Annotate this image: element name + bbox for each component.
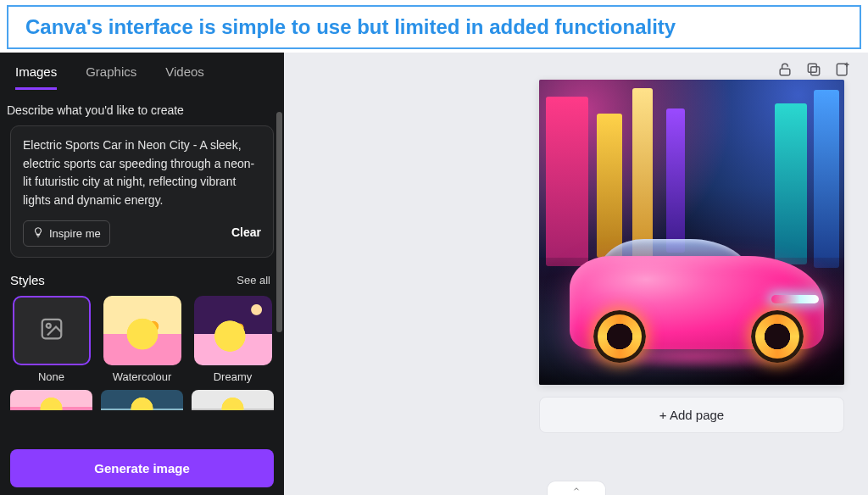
svg-point-1 bbox=[46, 324, 50, 328]
tab-images[interactable]: Images bbox=[15, 64, 57, 90]
inspire-button[interactable]: Inspire me bbox=[23, 220, 110, 247]
svg-rect-2 bbox=[780, 69, 790, 75]
sidebar-panel: Images Graphics Videos Describe what you… bbox=[0, 53, 284, 495]
style-label: Watercolour bbox=[113, 370, 172, 383]
lock-icon[interactable] bbox=[776, 61, 793, 81]
style-option-dreamy[interactable]: Dreamy bbox=[192, 296, 274, 383]
prompt-text[interactable]: Electric Sports Car in Neon City - A sle… bbox=[23, 136, 261, 210]
styles-grid-overflow bbox=[0, 383, 284, 410]
app-frame: Images Graphics Videos Describe what you… bbox=[0, 53, 868, 495]
svg-rect-4 bbox=[808, 64, 816, 72]
styles-grid: None Watercolour Dreamy bbox=[0, 296, 284, 383]
add-page-button[interactable]: + Add page bbox=[539, 397, 844, 433]
page-tray-handle[interactable] bbox=[547, 481, 606, 495]
see-all-link[interactable]: See all bbox=[236, 274, 270, 286]
chevron-up-icon bbox=[570, 481, 582, 496]
style-option-extra[interactable] bbox=[192, 390, 274, 410]
clear-button[interactable]: Clear bbox=[231, 224, 261, 242]
sidebar-tabs: Images Graphics Videos bbox=[0, 53, 284, 90]
style-option-watercolour[interactable]: Watercolour bbox=[101, 296, 183, 383]
describe-label: Describe what you'd like to create bbox=[0, 90, 284, 125]
prompt-input[interactable]: Electric Sports Car in Neon City - A sle… bbox=[10, 125, 274, 258]
style-label: Dreamy bbox=[214, 370, 253, 383]
style-option-none[interactable]: None bbox=[10, 296, 92, 383]
inspire-label: Inspire me bbox=[49, 227, 101, 240]
style-thumbnail bbox=[103, 296, 181, 365]
style-option-extra[interactable] bbox=[10, 390, 92, 410]
svg-rect-5 bbox=[837, 64, 847, 75]
generate-button[interactable]: Generate image bbox=[10, 449, 274, 487]
annotation-caption: Canva's interface is simple to use but l… bbox=[7, 5, 861, 49]
tab-graphics[interactable]: Graphics bbox=[86, 64, 136, 90]
style-option-extra[interactable] bbox=[101, 390, 183, 410]
canvas-page[interactable] bbox=[539, 80, 844, 385]
style-thumbnail bbox=[194, 296, 272, 365]
new-page-icon[interactable] bbox=[834, 61, 851, 81]
sidebar-scrollbar[interactable] bbox=[276, 112, 282, 332]
svg-rect-3 bbox=[811, 67, 820, 75]
canvas-toolbar bbox=[776, 61, 851, 81]
canvas-area: + Add page bbox=[284, 53, 868, 495]
duplicate-icon[interactable] bbox=[805, 61, 822, 81]
image-placeholder-icon bbox=[39, 316, 64, 345]
lightbulb-icon bbox=[32, 226, 44, 241]
car-graphic bbox=[570, 256, 824, 349]
style-label: None bbox=[38, 370, 64, 383]
tab-videos[interactable]: Videos bbox=[165, 64, 204, 90]
styles-heading: Styles bbox=[10, 273, 45, 287]
